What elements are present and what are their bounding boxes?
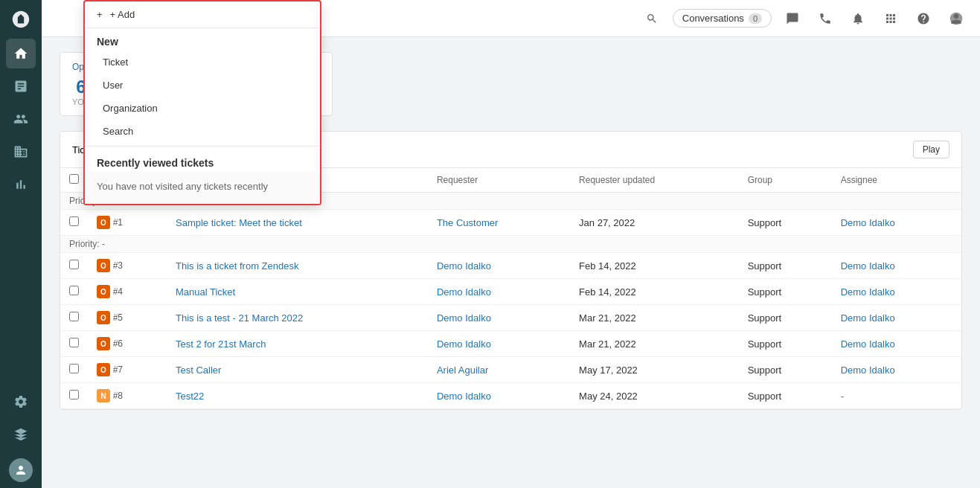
sidebar-item-organizations[interactable] xyxy=(6,137,36,167)
row-checkbox-cell[interactable] xyxy=(60,210,88,236)
sidebar-item-admin[interactable] xyxy=(6,420,36,449)
row-checkbox[interactable] xyxy=(69,338,79,347)
apps-icon[interactable] xyxy=(879,7,903,30)
table-row: O #7 Test Caller Ariel Aguilar May 17, 2… xyxy=(60,357,961,383)
row-checkbox[interactable] xyxy=(69,286,79,295)
conversations-count: 0 xyxy=(749,13,762,24)
ticket-id: #4 xyxy=(113,286,123,297)
assignee-name[interactable]: - xyxy=(841,391,844,402)
row-status-cell: O #7 xyxy=(88,357,167,383)
table-row: O #1 Sample ticket: Meet the ticket The … xyxy=(60,210,961,236)
sidebar-item-home[interactable] xyxy=(6,39,36,68)
requester-name[interactable]: Demo Idalko xyxy=(437,391,491,402)
status-badge: O xyxy=(97,363,110,376)
table-row: O #3 This is a ticket from Zendesk Demo … xyxy=(60,253,961,279)
requester-name[interactable]: Demo Idalko xyxy=(437,338,491,350)
sidebar-item-reports[interactable] xyxy=(6,170,36,199)
status-badge: O xyxy=(97,216,110,229)
row-checkbox[interactable] xyxy=(69,312,79,321)
sidebar xyxy=(0,0,42,488)
chat-icon[interactable] xyxy=(781,7,804,30)
assignee-name[interactable]: Demo Idalko xyxy=(841,260,895,272)
dropdown-divider xyxy=(85,146,320,147)
table-row: O #4 Manual Ticket Demo Idalko Feb 14, 2… xyxy=(60,279,961,305)
ticket-subject[interactable]: This is a ticket from Zendesk xyxy=(176,260,298,272)
assignee-name[interactable]: Demo Idalko xyxy=(841,217,895,228)
help-icon[interactable] xyxy=(912,7,935,30)
row-group-cell: Support xyxy=(739,253,832,279)
status-badge: N xyxy=(97,389,110,402)
row-subject-cell: Test Caller xyxy=(167,357,428,383)
ticket-subject[interactable]: Sample ticket: Meet the ticket xyxy=(176,217,302,228)
status-badge: O xyxy=(97,259,110,272)
row-group-cell: Support xyxy=(739,357,832,383)
ticket-id: #7 xyxy=(113,365,123,375)
row-status-cell: O #4 xyxy=(88,279,167,305)
row-checkbox-cell[interactable] xyxy=(60,357,88,383)
row-checkbox-cell[interactable] xyxy=(60,279,88,305)
requester-name[interactable]: Demo Idalko xyxy=(437,312,491,324)
conversations-button[interactable]: Conversations 0 xyxy=(673,9,772,28)
notifications-icon[interactable] xyxy=(846,7,870,30)
sidebar-item-tickets[interactable] xyxy=(6,71,36,101)
row-requester-cell: Demo Idalko xyxy=(428,383,570,409)
main-content: Conversations 0 Open Tickets (current) xyxy=(42,0,980,488)
search-icon[interactable] xyxy=(640,7,664,30)
profile-icon[interactable] xyxy=(944,7,968,30)
requester-name[interactable]: The Customer xyxy=(437,217,498,228)
row-checkbox[interactable] xyxy=(69,390,79,399)
avatar[interactable] xyxy=(9,458,33,482)
row-checkbox[interactable] xyxy=(69,260,79,269)
row-checkbox[interactable] xyxy=(69,216,79,226)
row-assignee-cell: Demo Idalko xyxy=(832,253,961,279)
ticket-id: #5 xyxy=(113,312,123,323)
row-assignee-cell: Demo Idalko xyxy=(832,357,961,383)
row-assignee-cell: Demo Idalko xyxy=(832,331,961,357)
row-checkbox[interactable] xyxy=(69,364,79,373)
row-assignee-cell: Demo Idalko xyxy=(832,210,961,236)
row-group-cell: Support xyxy=(739,210,832,236)
assignee-name[interactable]: Demo Idalko xyxy=(841,338,895,350)
row-checkbox-cell[interactable] xyxy=(60,331,88,357)
row-group-cell: Support xyxy=(739,279,832,305)
sidebar-item-contacts[interactable] xyxy=(6,104,36,134)
assignee-name[interactable]: Demo Idalko xyxy=(841,365,895,376)
ticket-id: #6 xyxy=(113,338,123,349)
requester-name[interactable]: Demo Idalko xyxy=(437,286,491,298)
add-button[interactable]: + + Add xyxy=(85,1,320,28)
row-updated-cell: Jan 27, 2022 xyxy=(570,210,739,236)
new-organization-item[interactable]: Organization xyxy=(85,97,320,120)
ticket-subject[interactable]: Test 2 for 21st March xyxy=(176,338,266,350)
row-updated-cell: Feb 14, 2022 xyxy=(570,253,739,279)
play-button[interactable]: Play xyxy=(913,141,949,158)
row-group-cell: Support xyxy=(739,305,832,331)
select-all-checkbox[interactable] xyxy=(69,174,79,184)
row-checkbox-cell[interactable] xyxy=(60,253,88,279)
row-updated-cell: Mar 21, 2022 xyxy=(570,331,739,357)
status-badge: O xyxy=(97,311,110,324)
row-checkbox-cell[interactable] xyxy=(60,383,88,409)
assignee-name[interactable]: Demo Idalko xyxy=(841,286,895,298)
row-subject-cell: Test 2 for 21st March xyxy=(167,331,428,357)
ticket-subject[interactable]: Manual Ticket xyxy=(176,286,235,298)
logo[interactable] xyxy=(7,6,34,33)
requester-name[interactable]: Demo Idalko xyxy=(437,260,491,272)
new-search-item[interactable]: Search xyxy=(85,120,320,143)
row-requester-cell: Demo Idalko xyxy=(428,253,570,279)
ticket-subject[interactable]: Test Caller xyxy=(176,365,221,376)
row-checkbox-cell[interactable] xyxy=(60,305,88,331)
priority-row: Priority: - xyxy=(60,236,961,253)
new-user-item[interactable]: User xyxy=(85,74,320,97)
sidebar-item-settings[interactable] xyxy=(6,387,36,417)
row-status-cell: O #6 xyxy=(88,331,167,357)
ticket-subject[interactable]: This is a test - 21 March 2022 xyxy=(176,312,303,324)
new-ticket-item[interactable]: Ticket xyxy=(85,51,320,74)
row-subject-cell: Test22 xyxy=(167,383,428,409)
phone-icon[interactable] xyxy=(813,7,837,30)
row-status-cell: O #5 xyxy=(88,305,167,331)
row-updated-cell: Mar 21, 2022 xyxy=(570,305,739,331)
assignee-name[interactable]: Demo Idalko xyxy=(841,312,895,324)
requester-name[interactable]: Ariel Aguilar xyxy=(437,365,488,376)
ticket-id: #8 xyxy=(113,391,123,401)
ticket-subject[interactable]: Test22 xyxy=(176,391,204,402)
